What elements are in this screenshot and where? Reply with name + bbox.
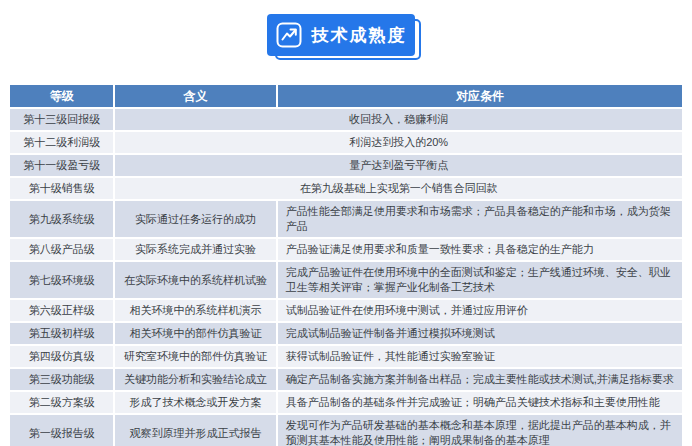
meaning-cell: 观察到原理并形成正式报告 xyxy=(115,415,275,446)
header-meaning: 含义 xyxy=(115,85,275,107)
condition-cell: 确定产品制备实施方案并制备出样品；完成主要性能或技术测试,并满足指标要求 xyxy=(278,369,682,390)
page: { "badge": { "title": "技术成熟度", "icon": "… xyxy=(0,0,692,446)
table-row: 第十三级回报级 收回投入，稳赚利润 xyxy=(10,109,682,130)
condition-cell: 产品验证满足使用要求和质量一致性要求；具备稳定的生产能力 xyxy=(278,239,682,260)
title-badge: 技术成熟度 xyxy=(267,14,417,58)
level-cell: 第八级产品级 xyxy=(10,239,113,260)
condition-cell: 获得试制品验证件，其性能通过实验室验证 xyxy=(278,346,682,367)
level-cell: 第十三级回报级 xyxy=(10,109,113,130)
condition-cell: 完成产品验证件在使用环境中的全面测试和鉴定；生产线通过环境、安全、职业卫生等相关… xyxy=(278,262,682,298)
condition-cell: 试制品验证件在使用环境中测试，并通过应用评价 xyxy=(278,300,682,321)
level-cell: 第二级方案级 xyxy=(10,392,113,413)
meaning-cell: 研究室环境中的部件仿真验证 xyxy=(115,346,275,367)
table-row: 第五级初样级 相关环境中的部件仿真验证 完成试制品验证件制备并通过模拟环境测试 xyxy=(10,323,682,344)
meaning-cell: 相关环境中的系统样机演示 xyxy=(115,300,275,321)
level-cell: 第十二级利润级 xyxy=(10,132,113,153)
condition-cell: 完成试制品验证件制备并通过模拟环境测试 xyxy=(278,323,682,344)
maturity-table: 等级 含义 对应条件 第十三级回报级 收回投入，稳赚利润 第十二级利润级 利润达… xyxy=(8,83,684,446)
merged-cell: 利润达到投入的20% xyxy=(115,132,682,153)
table-row: 第十二级利润级 利润达到投入的20% xyxy=(10,132,682,153)
merged-cell: 收回投入，稳赚利润 xyxy=(115,109,682,130)
level-cell: 第五级初样级 xyxy=(10,323,113,344)
maturity-table-wrapper: 等级 含义 对应条件 第十三级回报级 收回投入，稳赚利润 第十二级利润级 利润达… xyxy=(8,83,684,446)
badge: 技术成熟度 xyxy=(267,14,415,56)
trend-up-icon xyxy=(276,22,302,48)
table-row: 第四级仿真级 研究室环境中的部件仿真验证 获得试制品验证件，其性能通过实验室验证 xyxy=(10,346,682,367)
level-cell: 第十级销售级 xyxy=(10,178,113,199)
meaning-cell: 实际通过任务运行的成功 xyxy=(115,201,275,237)
merged-cell: 量产达到盈亏平衡点 xyxy=(115,155,682,176)
header-level: 等级 xyxy=(10,85,113,107)
condition-cell: 发现可作为产品研发基础的基本概念和基本原理，据此提出产品的基本构成，并预测其基本… xyxy=(278,415,682,446)
level-cell: 第九级系统级 xyxy=(10,201,113,237)
table-row: 第十级销售级 在第九级基础上实现第一个销售合同回款 xyxy=(10,178,682,199)
meaning-cell: 形成了技术概念或开发方案 xyxy=(115,392,275,413)
table-row: 第十一级盈亏级 量产达到盈亏平衡点 xyxy=(10,155,682,176)
table-row: 第八级产品级 实际系统完成并通过实验 产品验证满足使用要求和质量一致性要求；具备… xyxy=(10,239,682,260)
level-cell: 第三级功能级 xyxy=(10,369,113,390)
table-row: 第九级系统级 实际通过任务运行的成功 产品性能全部满足使用要求和市场需求；产品具… xyxy=(10,201,682,237)
meaning-cell: 实际系统完成并通过实验 xyxy=(115,239,275,260)
badge-title: 技术成熟度 xyxy=(312,24,407,47)
level-cell: 第七级环境级 xyxy=(10,262,113,298)
header-row: 等级 含义 对应条件 xyxy=(10,85,682,107)
level-cell: 第四级仿真级 xyxy=(10,346,113,367)
condition-cell: 具备产品制备的基础条件并完成验证；明确产品关键技术指标和主要使用性能 xyxy=(278,392,682,413)
table-row: 第六级正样级 相关环境中的系统样机演示 试制品验证件在使用环境中测试，并通过应用… xyxy=(10,300,682,321)
level-cell: 第十一级盈亏级 xyxy=(10,155,113,176)
table-row: 第七级环境级 在实际环境中的系统样机试验 完成产品验证件在使用环境中的全面测试和… xyxy=(10,262,682,298)
meaning-cell: 关键功能分析和实验结论成立 xyxy=(115,369,275,390)
table-row: 第一级报告级 观察到原理并形成正式报告 发现可作为产品研发基础的基本概念和基本原… xyxy=(10,415,682,446)
meaning-cell: 在实际环境中的系统样机试验 xyxy=(115,262,275,298)
meaning-cell: 相关环境中的部件仿真验证 xyxy=(115,323,275,344)
header-condition: 对应条件 xyxy=(278,85,682,107)
table-row: 第三级功能级 关键功能分析和实验结论成立 确定产品制备实施方案并制备出样品；完成… xyxy=(10,369,682,390)
level-cell: 第一级报告级 xyxy=(10,415,113,446)
level-cell: 第六级正样级 xyxy=(10,300,113,321)
merged-cell: 在第九级基础上实现第一个销售合同回款 xyxy=(115,178,682,199)
table-row: 第二级方案级 形成了技术概念或开发方案 具备产品制备的基础条件并完成验证；明确产… xyxy=(10,392,682,413)
condition-cell: 产品性能全部满足使用要求和市场需求；产品具备稳定的产能和市场，成为货架产品 xyxy=(278,201,682,237)
